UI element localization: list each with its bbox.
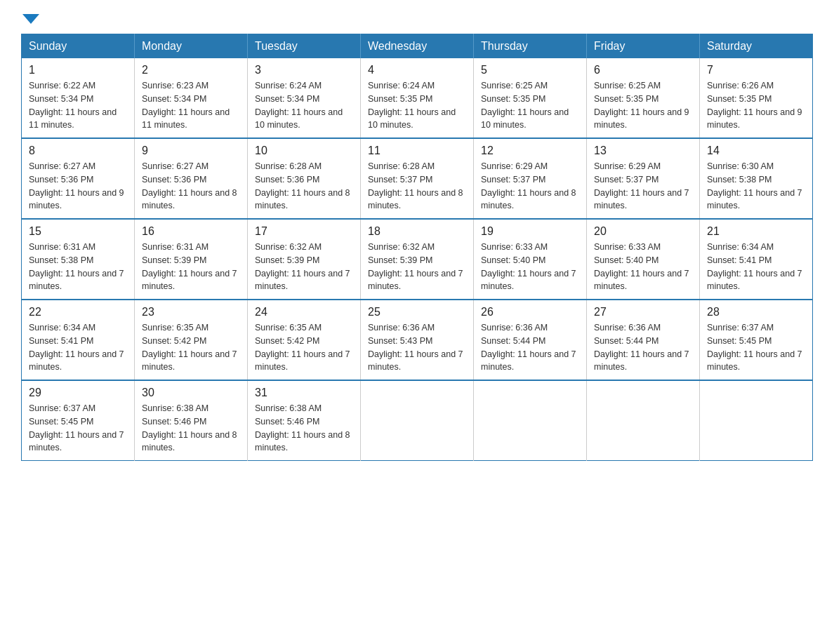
calendar-cell: 7Sunrise: 6:26 AMSunset: 5:35 PMDaylight… [700, 58, 813, 138]
calendar-cell: 6Sunrise: 6:25 AMSunset: 5:35 PMDaylight… [587, 58, 700, 138]
calendar-cell: 21Sunrise: 6:34 AMSunset: 5:41 PMDayligh… [700, 219, 813, 300]
day-info: Sunrise: 6:29 AMSunset: 5:37 PMDaylight:… [594, 160, 692, 213]
calendar-header-saturday: Saturday [700, 34, 813, 59]
day-info: Sunrise: 6:35 AMSunset: 5:42 PMDaylight:… [255, 321, 353, 374]
calendar-cell: 22Sunrise: 6:34 AMSunset: 5:41 PMDayligh… [22, 300, 135, 380]
day-number: 19 [481, 225, 579, 238]
day-info: Sunrise: 6:24 AMSunset: 5:35 PMDaylight:… [368, 79, 466, 132]
day-number: 7 [707, 64, 805, 76]
calendar-header-sunday: Sunday [22, 34, 135, 59]
calendar-cell: 16Sunrise: 6:31 AMSunset: 5:39 PMDayligh… [135, 219, 248, 300]
day-info: Sunrise: 6:24 AMSunset: 5:34 PMDaylight:… [255, 79, 353, 132]
day-number: 1 [29, 64, 127, 76]
calendar-header-monday: Monday [135, 34, 248, 59]
calendar-header-wednesday: Wednesday [361, 34, 474, 59]
calendar-header-tuesday: Tuesday [248, 34, 361, 59]
day-number: 29 [29, 387, 127, 399]
day-info: Sunrise: 6:28 AMSunset: 5:36 PMDaylight:… [255, 160, 353, 213]
calendar-cell: 9Sunrise: 6:27 AMSunset: 5:36 PMDaylight… [135, 138, 248, 219]
calendar-cell: 23Sunrise: 6:35 AMSunset: 5:42 PMDayligh… [135, 300, 248, 380]
day-info: Sunrise: 6:37 AMSunset: 5:45 PMDaylight:… [29, 402, 127, 455]
page-header [21, 14, 813, 22]
calendar-cell: 5Sunrise: 6:25 AMSunset: 5:35 PMDaylight… [474, 58, 587, 138]
calendar-cell [361, 380, 474, 461]
day-number: 28 [707, 306, 805, 318]
day-number: 11 [368, 145, 466, 157]
day-info: Sunrise: 6:29 AMSunset: 5:37 PMDaylight:… [481, 160, 579, 213]
day-info: Sunrise: 6:31 AMSunset: 5:39 PMDaylight:… [142, 241, 240, 293]
day-number: 16 [142, 225, 240, 238]
day-number: 27 [594, 306, 692, 318]
calendar-cell: 17Sunrise: 6:32 AMSunset: 5:39 PMDayligh… [248, 219, 361, 300]
calendar-cell [587, 380, 700, 461]
calendar-cell: 18Sunrise: 6:32 AMSunset: 5:39 PMDayligh… [361, 219, 474, 300]
day-number: 3 [255, 64, 353, 76]
day-number: 5 [481, 64, 579, 76]
day-info: Sunrise: 6:34 AMSunset: 5:41 PMDaylight:… [29, 321, 127, 374]
day-number: 2 [142, 64, 240, 76]
calendar-cell: 1Sunrise: 6:22 AMSunset: 5:34 PMDaylight… [22, 58, 135, 138]
day-number: 21 [707, 225, 805, 238]
calendar-week-row: 8Sunrise: 6:27 AMSunset: 5:36 PMDaylight… [22, 138, 813, 219]
day-number: 6 [594, 64, 692, 76]
calendar-cell [700, 380, 813, 461]
day-number: 14 [707, 145, 805, 157]
day-info: Sunrise: 6:31 AMSunset: 5:38 PMDaylight:… [29, 241, 127, 293]
day-number: 25 [368, 306, 466, 318]
calendar-cell: 28Sunrise: 6:37 AMSunset: 5:45 PMDayligh… [700, 300, 813, 380]
calendar-cell: 20Sunrise: 6:33 AMSunset: 5:40 PMDayligh… [587, 219, 700, 300]
day-number: 10 [255, 145, 353, 157]
day-number: 18 [368, 225, 466, 238]
day-info: Sunrise: 6:22 AMSunset: 5:34 PMDaylight:… [29, 79, 127, 132]
calendar-week-row: 1Sunrise: 6:22 AMSunset: 5:34 PMDaylight… [22, 58, 813, 138]
calendar-cell: 30Sunrise: 6:38 AMSunset: 5:46 PMDayligh… [135, 380, 248, 461]
day-number: 20 [594, 225, 692, 238]
calendar-cell: 3Sunrise: 6:24 AMSunset: 5:34 PMDaylight… [248, 58, 361, 138]
calendar-cell: 13Sunrise: 6:29 AMSunset: 5:37 PMDayligh… [587, 138, 700, 219]
calendar-cell: 19Sunrise: 6:33 AMSunset: 5:40 PMDayligh… [474, 219, 587, 300]
day-info: Sunrise: 6:27 AMSunset: 5:36 PMDaylight:… [142, 160, 240, 213]
calendar-cell: 24Sunrise: 6:35 AMSunset: 5:42 PMDayligh… [248, 300, 361, 380]
logo-text [21, 14, 41, 24]
calendar-cell [474, 380, 587, 461]
calendar-header-friday: Friday [587, 34, 700, 59]
day-number: 22 [29, 306, 127, 318]
calendar-cell: 10Sunrise: 6:28 AMSunset: 5:36 PMDayligh… [248, 138, 361, 219]
calendar-cell: 8Sunrise: 6:27 AMSunset: 5:36 PMDaylight… [22, 138, 135, 219]
day-info: Sunrise: 6:35 AMSunset: 5:42 PMDaylight:… [142, 321, 240, 374]
day-info: Sunrise: 6:33 AMSunset: 5:40 PMDaylight:… [481, 241, 579, 293]
day-number: 17 [255, 225, 353, 238]
day-info: Sunrise: 6:25 AMSunset: 5:35 PMDaylight:… [481, 79, 579, 132]
calendar-week-row: 15Sunrise: 6:31 AMSunset: 5:38 PMDayligh… [22, 219, 813, 300]
day-number: 23 [142, 306, 240, 318]
day-info: Sunrise: 6:33 AMSunset: 5:40 PMDaylight:… [594, 241, 692, 293]
logo [21, 14, 41, 22]
day-info: Sunrise: 6:38 AMSunset: 5:46 PMDaylight:… [142, 402, 240, 455]
day-info: Sunrise: 6:34 AMSunset: 5:41 PMDaylight:… [707, 241, 805, 293]
calendar-cell: 4Sunrise: 6:24 AMSunset: 5:35 PMDaylight… [361, 58, 474, 138]
day-info: Sunrise: 6:30 AMSunset: 5:38 PMDaylight:… [707, 160, 805, 213]
calendar-cell: 15Sunrise: 6:31 AMSunset: 5:38 PMDayligh… [22, 219, 135, 300]
calendar-cell: 31Sunrise: 6:38 AMSunset: 5:46 PMDayligh… [248, 380, 361, 461]
day-info: Sunrise: 6:26 AMSunset: 5:35 PMDaylight:… [707, 79, 805, 132]
day-info: Sunrise: 6:23 AMSunset: 5:34 PMDaylight:… [142, 79, 240, 132]
day-info: Sunrise: 6:36 AMSunset: 5:44 PMDaylight:… [481, 321, 579, 374]
day-number: 31 [255, 387, 353, 399]
calendar-header-row: SundayMondayTuesdayWednesdayThursdayFrid… [22, 34, 813, 59]
day-number: 8 [29, 145, 127, 157]
day-info: Sunrise: 6:36 AMSunset: 5:43 PMDaylight:… [368, 321, 466, 374]
calendar-cell: 12Sunrise: 6:29 AMSunset: 5:37 PMDayligh… [474, 138, 587, 219]
day-info: Sunrise: 6:25 AMSunset: 5:35 PMDaylight:… [594, 79, 692, 132]
calendar-table: SundayMondayTuesdayWednesdayThursdayFrid… [21, 34, 813, 461]
day-number: 24 [255, 306, 353, 318]
calendar-cell: 26Sunrise: 6:36 AMSunset: 5:44 PMDayligh… [474, 300, 587, 380]
day-info: Sunrise: 6:37 AMSunset: 5:45 PMDaylight:… [707, 321, 805, 374]
day-number: 15 [29, 225, 127, 238]
calendar-week-row: 22Sunrise: 6:34 AMSunset: 5:41 PMDayligh… [22, 300, 813, 380]
day-number: 9 [142, 145, 240, 157]
calendar-cell: 11Sunrise: 6:28 AMSunset: 5:37 PMDayligh… [361, 138, 474, 219]
day-number: 12 [481, 145, 579, 157]
day-info: Sunrise: 6:28 AMSunset: 5:37 PMDaylight:… [368, 160, 466, 213]
calendar-cell: 14Sunrise: 6:30 AMSunset: 5:38 PMDayligh… [700, 138, 813, 219]
logo-triangle-icon [22, 14, 39, 24]
